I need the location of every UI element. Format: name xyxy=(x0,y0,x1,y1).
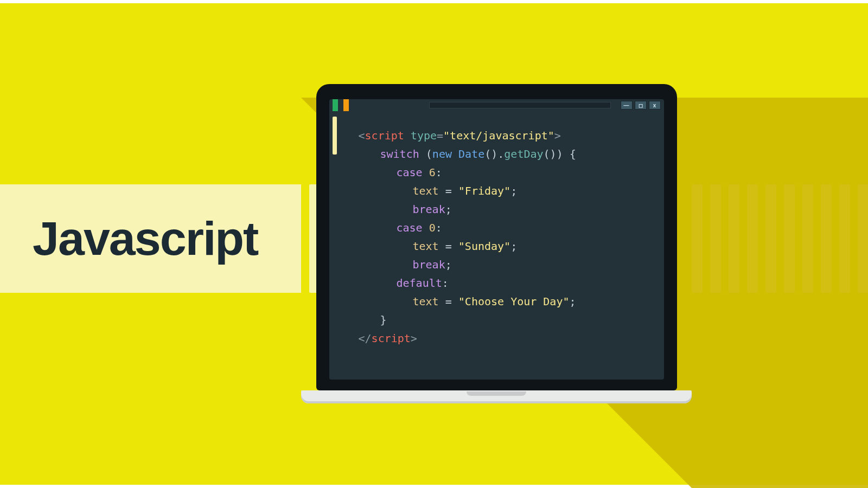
code-area: <script type="text/javascript"> switch (… xyxy=(340,111,664,380)
maximize-button[interactable]: ◻ xyxy=(635,101,647,110)
window-controls: — ◻ x xyxy=(621,101,661,110)
code-line: <script type="text/javascript"> xyxy=(359,129,561,142)
code-line: break; xyxy=(359,200,452,219)
close-button[interactable]: x xyxy=(649,101,661,110)
editor-window: — ◻ x <script type="text/javascript"> sw… xyxy=(329,99,664,380)
code-line: } xyxy=(359,311,387,329)
editor-body: <script type="text/javascript"> switch (… xyxy=(329,111,664,380)
title-block: Javascript xyxy=(0,184,301,293)
tab-spacer xyxy=(338,99,343,111)
code-line: default: xyxy=(359,274,449,292)
code-line: </script> xyxy=(359,332,417,345)
code-line: text = "Choose Your Day"; xyxy=(359,292,576,311)
scroll-track xyxy=(329,111,340,380)
code-line: case 6: xyxy=(359,163,442,182)
editor-titlebar: — ◻ x xyxy=(329,99,664,111)
tab-modified-mark xyxy=(343,99,349,111)
minimize-button[interactable]: — xyxy=(621,101,633,110)
tab-active-mark xyxy=(333,99,338,111)
border-top xyxy=(0,0,868,3)
laptop: — ◻ x <script type="text/javascript"> sw… xyxy=(301,84,692,403)
laptop-base xyxy=(301,390,692,403)
page-title: Javascript xyxy=(33,211,258,266)
tab-indicators xyxy=(333,99,349,111)
code-line: break; xyxy=(359,255,452,274)
code-line: text = "Friday"; xyxy=(359,182,518,200)
titlebar-path xyxy=(429,102,611,108)
hero-graphic: Javascript xyxy=(0,0,868,488)
laptop-bezel: — ◻ x <script type="text/javascript"> sw… xyxy=(316,84,677,390)
code-line: text = "Sunday"; xyxy=(359,237,518,255)
code-line: switch (new Date().getDay()) { xyxy=(359,145,576,163)
code-line: case 0: xyxy=(359,219,442,237)
